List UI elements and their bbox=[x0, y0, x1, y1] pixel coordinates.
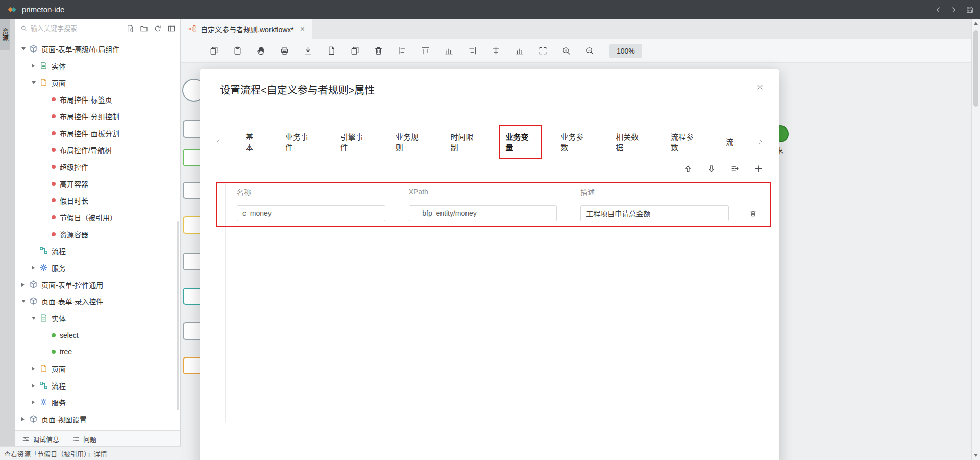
tree-item[interactable]: 布局控件-标签页 bbox=[15, 91, 180, 108]
arrow-up-button[interactable] bbox=[683, 164, 693, 173]
tree-item[interactable]: 页面-表单-录入控件 bbox=[15, 293, 180, 310]
tabs-scroll-left-button[interactable] bbox=[215, 138, 222, 145]
tree-item[interactable]: 服务 bbox=[15, 259, 180, 276]
bottom-tab-debug[interactable]: 调试信息 bbox=[22, 434, 59, 444]
editor-vertical-scrollbar[interactable] bbox=[971, 19, 980, 460]
tree-item[interactable]: 服务 bbox=[15, 394, 180, 411]
arrow-down-button[interactable] bbox=[707, 164, 716, 173]
save-button[interactable] bbox=[966, 6, 974, 14]
duplicate-button[interactable] bbox=[350, 46, 360, 56]
align-left-button[interactable] bbox=[397, 46, 407, 56]
chevron-right-button[interactable] bbox=[950, 6, 958, 14]
zoom-level-button[interactable]: 100% bbox=[609, 44, 642, 58]
row-delete-button[interactable] bbox=[749, 210, 757, 217]
align-top-button[interactable] bbox=[421, 46, 430, 56]
tree-item[interactable]: 超级控件 bbox=[15, 158, 180, 175]
modal-tab[interactable]: 相关数据 bbox=[615, 131, 647, 152]
tree-item[interactable]: 高开容器 bbox=[15, 175, 180, 192]
row-xpath-input[interactable] bbox=[409, 205, 557, 221]
caret-right-icon[interactable] bbox=[32, 64, 39, 68]
tree-item[interactable]: tree bbox=[15, 343, 180, 360]
modal-tab[interactable]: 业务变量 bbox=[504, 131, 537, 152]
editor-tab[interactable]: 自定义参与者规则.workflowx* × bbox=[181, 19, 312, 39]
tree-item[interactable]: 布局控件/导航树 bbox=[15, 141, 180, 158]
plus-button[interactable] bbox=[754, 164, 763, 173]
tree-item[interactable]: 页面 bbox=[15, 74, 180, 91]
caret-right-icon[interactable] bbox=[21, 283, 29, 287]
folder-icon bbox=[140, 24, 148, 33]
tabs-scroll-right-button[interactable] bbox=[757, 138, 764, 145]
copy-button[interactable] bbox=[209, 46, 219, 56]
zoom-out-button[interactable] bbox=[585, 46, 595, 56]
modal-tab[interactable]: 流程参数 bbox=[670, 131, 702, 152]
fit-icon bbox=[538, 46, 548, 56]
bottom-tab-list[interactable]: 问题 bbox=[72, 434, 96, 444]
caret-down-icon[interactable] bbox=[32, 81, 39, 84]
tree-item[interactable]: 流程 bbox=[15, 242, 180, 259]
caret-down-icon[interactable] bbox=[32, 317, 39, 320]
bottom-tab-label: 调试信息 bbox=[33, 434, 59, 444]
modal-tab[interactable]: 时间限制 bbox=[450, 131, 482, 152]
refresh-button[interactable] bbox=[154, 24, 162, 33]
tree-item[interactable]: 页面-视图设置 bbox=[15, 411, 180, 427]
bars-button[interactable] bbox=[514, 46, 524, 56]
file-button[interactable] bbox=[327, 46, 336, 56]
tree-item[interactable]: 页面-表单-高级/布局组件 bbox=[15, 40, 180, 57]
doc-search-button[interactable] bbox=[126, 24, 134, 33]
chevron-left-button[interactable] bbox=[934, 6, 942, 14]
tree-item[interactable]: select bbox=[15, 326, 180, 343]
printer-button[interactable] bbox=[280, 46, 289, 56]
tree-item[interactable]: 假日时长 bbox=[15, 192, 180, 209]
scroll-up-icon[interactable] bbox=[972, 19, 980, 28]
caret-right-icon[interactable] bbox=[32, 367, 39, 371]
caret-right-icon[interactable] bbox=[21, 417, 29, 421]
caret-down-icon[interactable] bbox=[21, 47, 29, 50]
tree-item[interactable]: 节假日（被引用） bbox=[15, 209, 180, 225]
modal-tab[interactable]: 业务规则 bbox=[395, 131, 427, 152]
tree-scrollbar-thumb[interactable] bbox=[177, 221, 179, 410]
download-button[interactable] bbox=[303, 46, 313, 56]
caret-right-icon[interactable] bbox=[32, 266, 39, 270]
scrollbar-thumb[interactable] bbox=[973, 30, 978, 107]
panels-button[interactable] bbox=[167, 24, 176, 33]
flow-icon bbox=[39, 246, 48, 255]
tree-item[interactable]: 资源容器 bbox=[15, 225, 180, 242]
modal-tab[interactable]: 基本 bbox=[244, 131, 262, 152]
clipboard-button[interactable] bbox=[233, 46, 242, 56]
tree-item[interactable]: 流程 bbox=[15, 377, 180, 394]
modal-tab[interactable]: 流 bbox=[725, 136, 734, 147]
save-icon bbox=[966, 6, 974, 14]
hand-button[interactable] bbox=[256, 46, 266, 56]
trash-button[interactable] bbox=[374, 46, 383, 56]
align-center-button[interactable] bbox=[491, 46, 501, 56]
table-header-row: 名称XPath描述 bbox=[226, 182, 765, 201]
folder-button[interactable] bbox=[140, 24, 148, 33]
bars-button[interactable] bbox=[444, 46, 454, 56]
tree-item[interactable]: 页面-表单-控件通用 bbox=[15, 276, 180, 293]
caret-right-icon[interactable] bbox=[32, 400, 39, 404]
tree-item[interactable]: 实体 bbox=[15, 310, 180, 326]
table-header-cell: XPath bbox=[398, 188, 570, 196]
tree-item[interactable]: 页面 bbox=[15, 360, 180, 377]
tree-item[interactable]: 实体 bbox=[15, 57, 180, 74]
flow-icon bbox=[39, 381, 48, 390]
zoom-in-button[interactable] bbox=[561, 46, 571, 56]
move-into-button[interactable] bbox=[730, 164, 740, 173]
app-logo-icon bbox=[7, 5, 17, 15]
row-name-input[interactable] bbox=[237, 205, 385, 221]
tree-item[interactable]: 布局控件-分组控制 bbox=[15, 108, 180, 124]
align-right-button[interactable] bbox=[468, 46, 477, 56]
modal-tab[interactable]: 业务参数 bbox=[559, 131, 592, 152]
scroll-down-icon[interactable] bbox=[972, 451, 980, 459]
resources-activity-tab[interactable]: 资源 bbox=[0, 19, 10, 50]
search-input[interactable] bbox=[31, 24, 107, 32]
caret-right-icon[interactable] bbox=[32, 384, 39, 388]
tree-item[interactable]: 布局控件-面板分割 bbox=[15, 124, 180, 141]
modal-tab[interactable]: 引擎事件 bbox=[339, 131, 372, 152]
modal-close-button[interactable] bbox=[756, 83, 764, 91]
caret-down-icon[interactable] bbox=[21, 300, 29, 303]
tab-close-icon[interactable]: × bbox=[300, 24, 305, 34]
fit-button[interactable] bbox=[538, 46, 548, 56]
modal-tab[interactable]: 业务事件 bbox=[284, 131, 317, 152]
row-desc-input[interactable] bbox=[580, 205, 729, 221]
